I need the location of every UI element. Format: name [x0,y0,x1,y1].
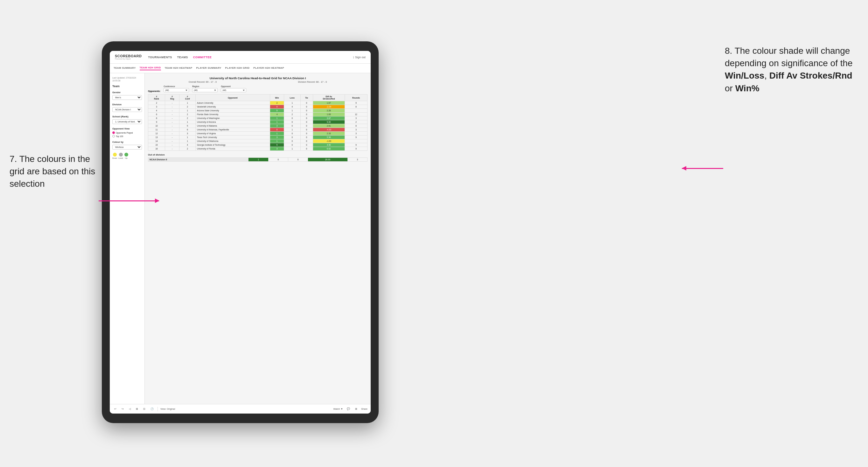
cell-tie: 0 [300,109,313,113]
radio-dot-checked [112,131,115,134]
grid-btn[interactable]: ⊞ [354,407,359,411]
cell-loss: 2 [284,113,300,117]
school-select[interactable]: 1. University of Nort... [112,119,142,124]
col-diff: Diff AvStrokes/Rnd [313,94,345,101]
cell-rank: 8 [148,117,165,120]
cell-div-win: 1 [248,158,268,162]
division-select[interactable]: NCAA Division I [112,107,142,112]
cell-diff: 5.56 [313,135,345,139]
cell-diff: 6.62 [313,147,345,151]
radio-group: Opponents Played Top 100 [112,131,142,137]
nav-tournaments[interactable]: TOURNAMENTS [148,56,172,59]
cell-diff: -2.29 [313,105,345,109]
radio-top100[interactable]: Top 100 [112,135,142,137]
cell-tie: 0 [300,143,313,147]
last-updated: Last Updated: 27/03/2024 16:55:38 [112,76,142,82]
watch-btn[interactable]: Watch ▼ [334,407,343,410]
overall-record: Overall Record: 89 - 17 - 0 [189,81,217,83]
tab-team-h2h-grid[interactable]: TEAM H2H GRID [140,66,161,70]
paste-btn[interactable]: ⊡ [142,407,147,411]
cell-win: 4 [270,113,284,117]
table-row: 10 - 5 University of Alabama 3 0 0 2.61 … [148,124,368,128]
team-label: Team [112,85,142,88]
copy-btn[interactable]: ⊞ [134,407,140,411]
gender-label: Gender [112,91,142,94]
team-section: Team [112,85,142,88]
cell-conf: 1 [180,109,196,113]
cell-div-diff: 26.00 [308,158,348,162]
tab-team-summary[interactable]: TEAM SUMMARY [114,66,136,70]
logo-text: SCOREBOARD [115,54,142,58]
out-of-division: Out of division NCAA Division II 1 0 0 2… [148,153,368,162]
opponent-select[interactable]: (All) [221,88,246,92]
cell-tie: 0 [300,135,313,139]
cell-opponent: University of Virginia [196,132,270,135]
division-label: Division [112,103,142,106]
table-row: 2 - 1 Auburn University 2 1 0 1.67 9 [148,101,368,105]
table-row: 11 - 6 University of Arkansas, Fayettevi… [148,128,368,132]
col-win: Win [270,94,284,101]
out-of-division-table: NCAA Division II 1 0 0 26.00 3 [148,157,368,162]
legend-up: Up [124,153,128,159]
comment-btn[interactable]: 💬 [345,407,351,411]
view-label: View: Original [160,407,175,410]
cell-reg: - [165,113,180,117]
col-tie: Tie [300,94,313,101]
tab-player-h2h-grid[interactable]: PLAYER H2H GRID [225,66,250,70]
cell-opponent: Arizona State University [196,109,270,113]
cell-win: 3 [270,135,284,139]
radio-opponents-played[interactable]: Opponents Played [112,131,142,134]
cell-rank: 12 [148,132,165,135]
nav-items: TOURNAMENTS TEAMS COMMITTEE [148,56,212,59]
col-loss: Loss [284,94,300,101]
tab-team-h2h-heatmap[interactable]: TEAM H2H HEATMAP [165,66,192,70]
nav-teams[interactable]: TEAMS [177,56,188,59]
share-btn[interactable]: Share [361,407,368,410]
cell-opponent: University of Oklahoma [196,139,270,143]
colour-by-select[interactable]: Win/loss [112,145,142,150]
cell-conf: 1 [180,120,196,124]
tab-player-summary[interactable]: PLAYER SUMMARY [196,66,221,70]
cell-loss: 0 [284,120,300,124]
tab-player-h2h-heatmap[interactable]: PLAYER H2H HEATMAP [253,66,284,70]
cell-opponent: Florida State University [196,113,270,117]
cell-rounds: 3 [345,132,368,135]
annotation-right: 8. The colour shade will change dependin… [725,44,859,94]
redo-btn[interactable]: ↪ [120,407,125,411]
conference-select[interactable]: (All) [163,88,189,92]
cell-rank: 2 [148,101,165,105]
gender-select[interactable]: Men's [112,95,142,100]
cell-loss: 4 [284,105,300,109]
cell-rounds: 8 [345,105,368,109]
cell-rounds [345,139,368,143]
cell-conf: 5 [180,124,196,128]
cell-reg: - [165,135,180,139]
cell-rank: 16 [148,147,165,151]
cell-reg: - [165,120,180,124]
clock-btn[interactable]: 🕐 [149,407,155,411]
annotation-left: 7. The colours in the grid are based on … [9,153,99,190]
grid-title: University of North Carolina Head-to-Hea… [148,76,368,80]
legend-level-dot [119,153,123,157]
cell-loss: 1 [284,109,300,113]
region-filter: Region (All) [192,85,218,92]
colour-by-section: Colour by Win/loss [112,141,142,150]
cell-tie: 0 [300,117,313,120]
cell-conf: 1 [180,139,196,143]
cell-loss: 0 [284,139,300,143]
undo-btn[interactable]: ↩ [113,407,118,411]
nav-committee[interactable]: COMMITTEE [193,56,212,59]
cell-rank: 15 [148,143,165,147]
region-select[interactable]: (All) [192,88,218,92]
cell-tie: 0 [300,113,313,117]
cell-opponent: Auburn University [196,101,270,105]
arrow-left [99,200,159,201]
sign-out-btn[interactable]: Sign out [355,56,366,59]
back-btn[interactable]: ◁ [128,407,132,411]
sub-nav: TEAM SUMMARY TEAM H2H GRID TEAM H2H HEAT… [110,64,371,73]
school-section: School (Rank) 1. University of Nort... [112,115,142,124]
cell-win: 1 [270,117,284,120]
opponent-view-label: Opponent View [112,127,142,130]
cell-rank: 11 [148,128,165,132]
cell-win: 3 [270,124,284,128]
